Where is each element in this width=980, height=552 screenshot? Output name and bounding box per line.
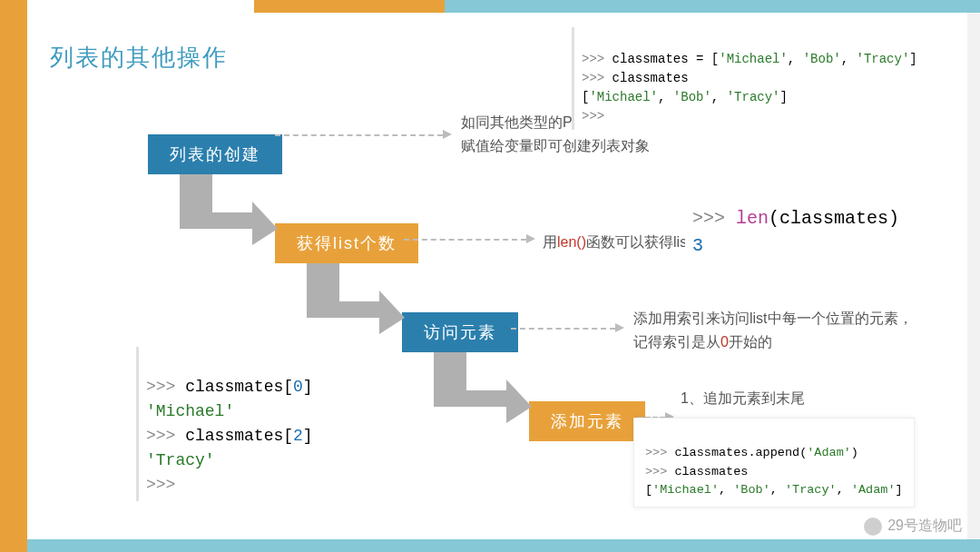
code-classmates-define: >>> classmates = ['Michael', 'Bob', 'Tra… (572, 27, 925, 130)
desc-append: 1、追加元素到末尾 (681, 387, 805, 410)
dash-arrow-2 (404, 239, 526, 241)
bottom-border (27, 539, 980, 552)
step-get-length: 获得list个数 (275, 223, 418, 263)
step-access-element: 访问元素 (402, 312, 518, 352)
dash-head-1 (443, 130, 452, 139)
dash-head-2 (526, 234, 535, 243)
step-add-element: 添加元素 (529, 401, 645, 441)
code-index: >>> classmates[0] 'Michael' >>> classmat… (136, 347, 320, 501)
right-border (967, 13, 980, 539)
desc-len-fn: len() (557, 234, 586, 250)
dash-arrow-1 (275, 134, 443, 136)
flow-arrow-3 (434, 352, 534, 427)
top-accent-blue (445, 0, 980, 13)
code-append: >>> classmates.append('Adam') >>> classm… (633, 418, 915, 508)
desc-index: 添加用索引来访问list中每一个位置的元素， 记得索引是从0开始的 (633, 307, 913, 353)
flow-arrow-1 (180, 174, 279, 249)
desc-create-l2: 赋值给变量即可创建列表对象 (461, 134, 867, 158)
dash-arrow-3 (511, 328, 615, 330)
top-accent-orange (254, 0, 445, 13)
desc-index-zero: 0 (720, 334, 729, 350)
watermark-text: 29号造物吧 (887, 517, 962, 536)
desc-index-l2b: 开始的 (729, 334, 772, 350)
code-len: >>> len(classmates) 3 (685, 174, 906, 263)
dash-head-3 (615, 323, 624, 332)
desc-index-l2a: 记得索引是从 (633, 334, 720, 350)
watermark-icon (864, 518, 882, 536)
flow-arrow-2 (307, 263, 407, 338)
step-create-list: 列表的创建 (148, 134, 282, 174)
page-title: 列表的其他操作 (50, 42, 228, 74)
left-border (0, 0, 27, 552)
watermark: 29号造物吧 (864, 517, 962, 536)
desc-index-l1: 添加用索引来访问list中每一个位置的元素， (633, 307, 913, 330)
desc-len-prefix: 用 (543, 234, 557, 250)
